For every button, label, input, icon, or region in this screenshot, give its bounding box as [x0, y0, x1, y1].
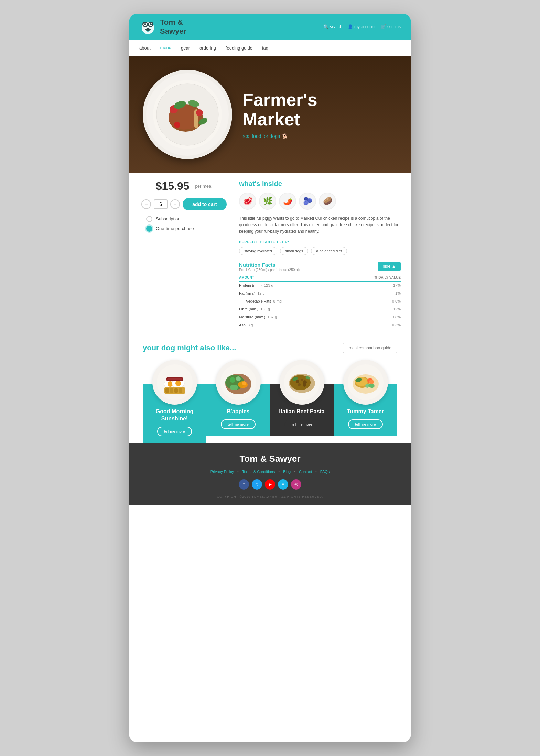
- nutrition-moisture-daily: 68%: [339, 313, 401, 321]
- left-column: $15.95 per meal − + add to cart Subscrip…: [129, 173, 239, 336]
- svg-point-48: [303, 383, 306, 387]
- right-column: what's inside 🥩 🌿 🌶️ 🫐 🥔 This little fur…: [239, 173, 411, 336]
- nutrition-row-fat: Fat (min.) 12 g 1%: [239, 289, 401, 297]
- footer-logo: Tom & Sawyer: [143, 453, 397, 464]
- purchase-options: Subscription One-time purchase: [136, 216, 232, 232]
- nav-menu[interactable]: menu: [160, 44, 172, 52]
- nav-ordering[interactable]: ordering: [199, 44, 216, 52]
- footer-dot-2: •: [278, 470, 280, 474]
- qty-input[interactable]: [154, 199, 168, 209]
- main-content: $15.95 per meal − + add to cart Subscrip…: [129, 173, 411, 336]
- cart-action[interactable]: 🛒 0 items: [381, 24, 401, 29]
- rec-name-bapples: B'apples: [210, 408, 267, 415]
- hero-subtitle-text: real food for dogs: [242, 133, 280, 139]
- nutrition-row-protein: Protein (min.) 123 g 17%: [239, 281, 401, 289]
- tell-me-bapples-button[interactable]: tell me more: [221, 419, 256, 429]
- price: $15.95: [156, 180, 190, 193]
- tag-hydrated[interactable]: staying hydrated: [239, 247, 277, 255]
- tell-me-good-morning-button[interactable]: tell me more: [157, 427, 192, 436]
- footer-dot-4: •: [315, 470, 317, 474]
- nutrition-title: Nutrition Facts: [239, 262, 300, 268]
- one-time-radio[interactable]: [146, 226, 152, 232]
- product-description: This little fur piggy wants to go to Mar…: [239, 215, 401, 235]
- footer-blog[interactable]: Blog: [283, 470, 291, 474]
- instagram-icon[interactable]: ◎: [291, 479, 301, 490]
- footer-terms[interactable]: Terms & Conditions: [242, 470, 275, 474]
- nav-about[interactable]: about: [139, 44, 151, 52]
- rec-circle-good-morning: [152, 360, 197, 405]
- logo-area: Tom & Sawyer: [139, 18, 186, 36]
- rec-circle-tummy-tamer: [343, 360, 388, 405]
- nutrition-col-amount: AMOUNT: [239, 274, 339, 281]
- footer-links: Privacy Policy • Terms & Conditions • Bl…: [143, 470, 397, 474]
- account-action[interactable]: 👤 my account: [348, 24, 375, 29]
- nav-feeding-guide[interactable]: feeding guide: [226, 44, 252, 52]
- nutrition-table: AMOUNT % DAILY VALUE Protein (min.) 123 …: [239, 274, 401, 329]
- whats-inside-title: what's inside: [239, 180, 401, 188]
- svg-point-37: [236, 376, 241, 381]
- nutrition-fibre-name: Fibre (min.) 131 g: [239, 305, 339, 313]
- svg-rect-30: [179, 388, 182, 393]
- youtube-icon[interactable]: ▶: [265, 479, 275, 490]
- svg-rect-29: [174, 388, 178, 393]
- search-label: search: [330, 24, 342, 29]
- meal-comparison-button[interactable]: meal comparison guide: [343, 343, 397, 353]
- svg-rect-27: [165, 388, 169, 393]
- cart-icon: 🛒: [381, 24, 386, 29]
- nutrition-fat-name: Fat (min.) 12 g: [239, 289, 339, 297]
- tell-me-italian-beef-button[interactable]: tell me more: [284, 419, 319, 429]
- rec-item-bapples: B'apples tell me more: [206, 360, 270, 443]
- nutrition-protein-name: Protein (min.) 123 g: [239, 281, 339, 289]
- tell-me-tummy-tamer-button[interactable]: tell me more: [348, 419, 383, 429]
- ingredient-meat: 🥩: [239, 193, 256, 210]
- search-icon: 🔍: [323, 24, 328, 29]
- subscription-option[interactable]: Subscription: [146, 216, 232, 222]
- header: Tom & Sawyer 🔍 search 👤 my account 🛒 0 i…: [129, 14, 411, 40]
- footer-faqs[interactable]: FAQs: [320, 470, 330, 474]
- ingredients-row: 🥩 🌿 🌶️ 🫐 🥔: [239, 193, 401, 210]
- footer-privacy[interactable]: Privacy Policy: [210, 470, 234, 474]
- nav-faq[interactable]: faq: [262, 44, 268, 52]
- hide-label: hide: [382, 264, 390, 269]
- svg-rect-28: [170, 388, 173, 393]
- hero-image-container: [143, 70, 232, 159]
- hero-food-image: [146, 73, 229, 156]
- tag-small-dogs[interactable]: small dogs: [280, 247, 309, 255]
- qty-increase-button[interactable]: +: [170, 199, 180, 209]
- hero-section: Farmer's Market real food for dogs 🐕: [129, 56, 411, 173]
- one-time-label: One-time purchase: [156, 226, 194, 231]
- one-time-option[interactable]: One-time purchase: [146, 226, 232, 232]
- dog-icon: 🐕: [282, 133, 288, 139]
- nav-gear[interactable]: gear: [181, 44, 190, 52]
- svg-point-5: [144, 23, 146, 25]
- cart-label: 0 items: [387, 24, 401, 29]
- ingredient-potato: 🥔: [319, 193, 336, 210]
- ingredient-herbs: 🌿: [259, 193, 276, 210]
- facebook-icon[interactable]: f: [239, 479, 249, 490]
- suited-for-label: PERFECTLY SUITED FOR:: [239, 240, 401, 244]
- qty-decrease-button[interactable]: −: [141, 199, 151, 209]
- hero-text: Farmer's Market real food for dogs 🐕: [242, 90, 397, 139]
- nutrition-vegfats-name: Vegetable Fats 8 mg: [239, 297, 339, 305]
- search-action[interactable]: 🔍 search: [323, 24, 342, 29]
- svg-point-8: [145, 28, 147, 29]
- nutrition-row-ash: Ash 3 g 0.3%: [239, 321, 401, 329]
- navigation: about menu gear ordering feeding guide f…: [129, 40, 411, 56]
- hero-subtitle: real food for dogs 🐕: [242, 133, 397, 139]
- svg-point-39: [242, 381, 246, 385]
- footer-dot-1: •: [237, 470, 239, 474]
- svg-point-40: [230, 385, 238, 390]
- logo-icon: [139, 18, 156, 35]
- vimeo-icon[interactable]: v: [278, 479, 288, 490]
- svg-point-25: [175, 381, 181, 386]
- hide-nutrition-button[interactable]: hide ▲: [378, 262, 401, 271]
- twitter-icon[interactable]: t: [252, 479, 262, 490]
- nutrition-ash-name: Ash 3 g: [239, 321, 339, 329]
- nutrition-fat-daily: 1%: [339, 289, 401, 297]
- add-to-cart-button[interactable]: add to cart: [183, 198, 227, 210]
- footer: Tom & Sawyer Privacy Policy • Terms & Co…: [129, 443, 411, 505]
- subscription-radio[interactable]: [146, 216, 152, 222]
- footer-contact[interactable]: Contact: [299, 470, 312, 474]
- tag-balanced-diet[interactable]: a balanced diet: [311, 247, 347, 255]
- rec-header: your dog might also like... meal compari…: [143, 343, 397, 353]
